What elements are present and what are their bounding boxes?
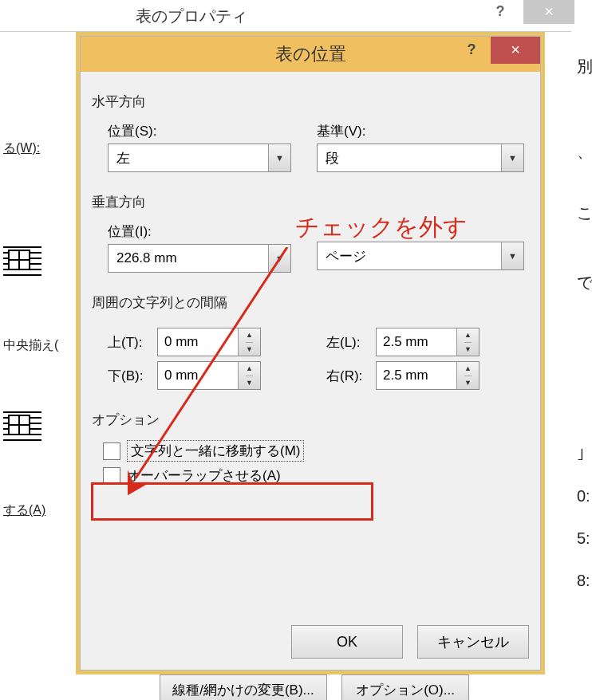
h-position-combo[interactable]: 左 ▼ [108,144,291,172]
allow-overlap-checkbox[interactable]: オーバーラップさせる(A) [103,466,529,485]
allow-overlap-label: オーバーラップさせる(A) [127,466,281,485]
spacing-bottom-label: 下(B): [108,367,157,385]
parent-fragment-a: する(A) [0,497,80,524]
h-basis-value: 段 [318,149,501,167]
parent-fragment-center: 中央揃え( [0,332,80,359]
spacing-left-input[interactable]: 2.5 mm ▲▼ [376,328,480,356]
chevron-down-icon[interactable]: ▼ [268,245,290,272]
ok-label: OK [337,634,357,651]
spacing-left-label: 左(L): [326,333,376,352]
spacing-heading: 周囲の文字列との間隔 [92,293,529,312]
h-position-value: 左 [109,149,268,167]
parent-close-button[interactable]: × [523,0,574,24]
options-label: オプション(O)... [356,681,455,699]
spacing-top-value: 0 mm [158,334,238,350]
dialog-body: 水平方向 位置(S): 左 ▼ 基準(V): 段 ▼ 垂直方向 位置(I): [81,72,540,670]
v-position-value: 226.8 mm [109,250,268,266]
border-shading-button[interactable]: 線種/網かけの変更(B)... [160,674,327,700]
dialog-titlebar: 表の位置 ? × [81,37,540,72]
v-position-combo[interactable]: 226.8 mm ▼ [108,244,291,273]
dialog-help-button[interactable]: ? [452,37,491,64]
h-basis-combo[interactable]: 段 ▼ [317,144,524,172]
h-position-label: 位置(S): [108,122,301,140]
options-heading: オプション [92,411,529,429]
cancel-label: キャンセル [437,632,509,651]
parent-table-icon-1 [0,242,80,285]
checkbox-icon[interactable] [103,467,120,485]
spinner-icon[interactable]: ▲▼ [238,328,260,356]
parent-table-icon-2 [0,407,80,450]
table-position-dialog: 表の位置 ? × 水平方向 位置(S): 左 ▼ 基準(V): 段 ▼ 垂直方向 [80,36,541,671]
options-button[interactable]: オプション(O)... [341,674,469,700]
vertical-heading: 垂直方向 [92,193,529,211]
spacing-left-value: 2.5 mm [377,334,456,350]
spinner-icon[interactable]: ▲▼ [456,328,479,356]
spacing-right-label: 右(R): [326,367,376,385]
checkbox-icon[interactable] [103,442,120,460]
border-shading-label: 線種/網かけの変更(B)... [172,681,314,699]
cancel-button[interactable]: キャンセル [417,625,529,659]
v-basis-value: ページ [318,247,501,265]
dialog-close-button[interactable]: × [491,37,540,64]
ok-button[interactable]: OK [291,625,403,659]
move-with-text-checkbox[interactable]: 文字列と一緒に移動する(M) [103,440,529,462]
chevron-down-icon[interactable]: ▼ [501,242,523,269]
spacing-right-input[interactable]: 2.5 mm ▲▼ [376,361,480,390]
spinner-icon[interactable]: ▲▼ [238,362,260,389]
parent-help-button[interactable]: ? [480,0,520,26]
v-basis-combo[interactable]: ページ ▼ [317,242,524,270]
chevron-down-icon[interactable]: ▼ [268,144,290,171]
chevron-down-icon[interactable]: ▼ [501,144,523,171]
spinner-icon[interactable]: ▲▼ [456,362,479,389]
spacing-bottom-input[interactable]: 0 mm ▲▼ [157,361,261,390]
parent-fragment-w: る(W): [0,136,80,162]
v-position-label: 位置(I): [108,222,301,241]
background-right-text: 別 、 こ で ｣ 0: 5: 8: [574,32,592,700]
spacing-top-label: 上(T): [108,333,157,352]
parent-left-fragments: る(W): 中央揃え( する(A) [0,136,80,572]
move-with-text-label: 文字列と一緒に移動する(M) [127,440,304,462]
horizontal-heading: 水平方向 [92,92,529,111]
spacing-right-value: 2.5 mm [377,368,456,383]
spacing-top-input[interactable]: 0 mm ▲▼ [157,328,261,356]
spacing-bottom-value: 0 mm [158,368,238,383]
h-basis-label: 基準(V): [317,122,529,140]
